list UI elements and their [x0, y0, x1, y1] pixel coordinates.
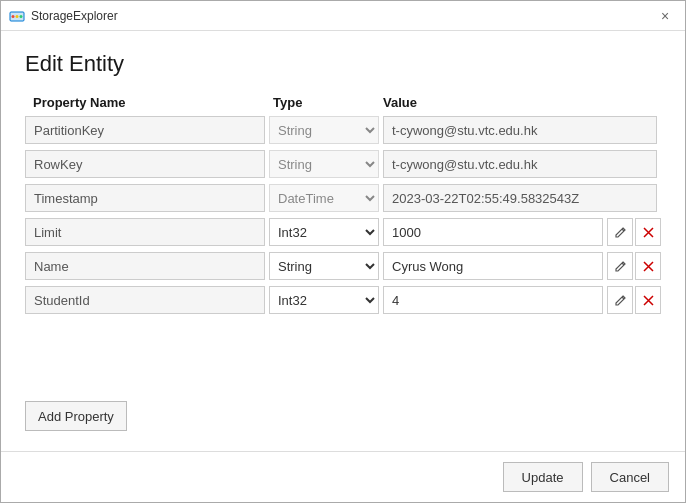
table-row: StringInt32Int64DateTimeBooleanDoubleBin… [25, 252, 661, 280]
x-icon [642, 260, 655, 273]
x-icon [642, 226, 655, 239]
value-input[interactable] [383, 252, 603, 280]
table-row: StringInt32Int64DateTimeBooleanDoubleBin… [25, 218, 661, 246]
type-select[interactable]: StringInt32Int64DateTimeBooleanDoubleBin… [269, 218, 379, 246]
type-select[interactable]: StringInt32Int64DateTimeBooleanDoubleBin… [269, 286, 379, 314]
property-name-input [25, 150, 265, 178]
type-select[interactable]: StringInt32Int64DateTimeBooleanDoubleBin… [269, 252, 379, 280]
close-button[interactable]: × [653, 4, 677, 28]
pencil-icon [614, 260, 627, 273]
row-actions [607, 252, 661, 280]
edit-button[interactable] [607, 218, 633, 246]
delete-button[interactable] [635, 218, 661, 246]
titlebar-left: StorageExplorer [9, 8, 118, 24]
value-input[interactable] [383, 286, 603, 314]
pencil-icon [614, 226, 627, 239]
app-icon [9, 8, 25, 24]
cancel-button[interactable]: Cancel [591, 462, 669, 492]
svg-point-2 [12, 15, 15, 18]
table-row: StringInt32Int64DateTimeBooleanDoubleBin… [25, 184, 661, 212]
delete-button[interactable] [635, 252, 661, 280]
app-title: StorageExplorer [31, 9, 118, 23]
property-name-input [25, 116, 265, 144]
main-window: StorageExplorer × Edit Entity Property N… [0, 0, 686, 503]
property-name-input [25, 218, 265, 246]
type-select: StringInt32Int64DateTimeBooleanDoubleBin… [269, 150, 379, 178]
titlebar: StorageExplorer × [1, 1, 685, 31]
row-actions [607, 286, 661, 314]
value-input [383, 116, 657, 144]
value-input[interactable] [383, 218, 603, 246]
property-name-header: Property Name [25, 95, 265, 110]
value-input [383, 150, 657, 178]
pencil-icon [614, 294, 627, 307]
table-header: Property Name Type Value [25, 95, 661, 110]
page-title: Edit Entity [25, 51, 661, 77]
type-select: StringInt32Int64DateTimeBooleanDoubleBin… [269, 184, 379, 212]
add-property-button[interactable]: Add Property [25, 401, 127, 431]
value-header: Value [375, 95, 601, 110]
content-area: Edit Entity Property Name Type Value Str… [1, 31, 685, 451]
type-header: Type [265, 95, 375, 110]
property-name-input [25, 184, 265, 212]
type-select: StringInt32Int64DateTimeBooleanDoubleBin… [269, 116, 379, 144]
table-row: StringInt32Int64DateTimeBooleanDoubleBin… [25, 116, 661, 144]
table-row: StringInt32Int64DateTimeBooleanDoubleBin… [25, 150, 661, 178]
table-row: StringInt32Int64DateTimeBooleanDoubleBin… [25, 286, 661, 314]
footer: Update Cancel [1, 451, 685, 502]
value-input [383, 184, 657, 212]
update-button[interactable]: Update [503, 462, 583, 492]
svg-point-3 [16, 15, 19, 18]
property-name-input [25, 286, 265, 314]
rows-container: StringInt32Int64DateTimeBooleanDoubleBin… [25, 116, 661, 320]
edit-button[interactable] [607, 252, 633, 280]
edit-button[interactable] [607, 286, 633, 314]
delete-button[interactable] [635, 286, 661, 314]
x-icon [642, 294, 655, 307]
property-name-input [25, 252, 265, 280]
row-actions [607, 218, 661, 246]
svg-point-4 [20, 15, 23, 18]
